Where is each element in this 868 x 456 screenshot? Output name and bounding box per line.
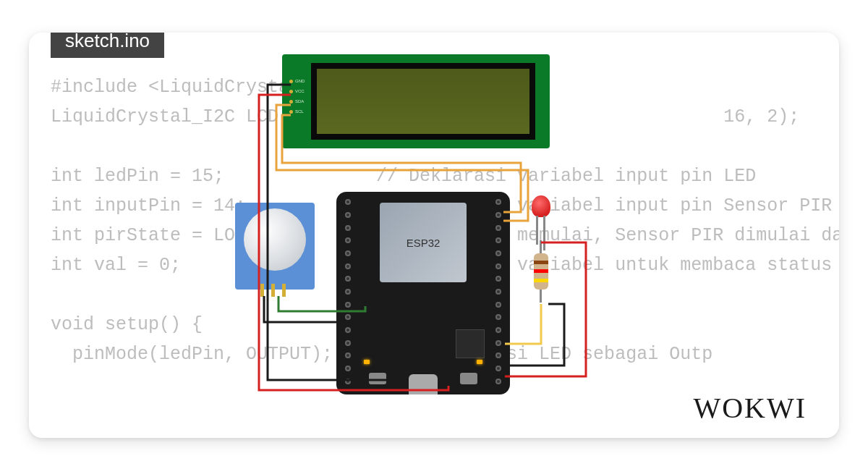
esp32-aux-chip-icon — [456, 329, 485, 358]
esp32-button-boot[interactable] — [460, 373, 477, 384]
project-card: sketch.ino #include <LiquidCrystal_ Liqu… — [29, 33, 839, 438]
esp32-led-icon — [364, 360, 370, 364]
esp32-button-en[interactable] — [369, 373, 386, 384]
resistor-lead-icon — [540, 240, 542, 253]
resistor[interactable] — [534, 253, 548, 290]
esp32-board[interactable]: ESP32 — [336, 192, 510, 394]
lcd-1602-i2c[interactable]: GND VCC SDA SCL — [282, 54, 550, 148]
esp32-led-icon — [477, 360, 482, 364]
pir-dome-icon — [244, 208, 306, 271]
pir-pins — [260, 284, 286, 297]
pir-sensor[interactable] — [235, 203, 315, 290]
led-anode-icon — [543, 216, 545, 250]
lcd-screen — [311, 63, 535, 140]
esp32-chip-shield: ESP32 — [380, 203, 467, 282]
esp32-usb-port-icon — [409, 374, 438, 394]
resistor-lead-icon — [540, 290, 542, 303]
lcd-pin-labels: GND VCC SDA SCL — [289, 76, 305, 117]
esp32-pins-right — [495, 198, 501, 386]
circuit-canvas[interactable]: GND VCC SDA SCL ESP32 — [224, 54, 687, 402]
wokwi-logo: WOKWI — [693, 391, 807, 425]
file-tab[interactable]: sketch.ino — [51, 33, 164, 58]
esp32-pins-left — [345, 198, 351, 386]
led-cathode-icon — [536, 216, 538, 245]
red-led[interactable] — [532, 195, 550, 217]
